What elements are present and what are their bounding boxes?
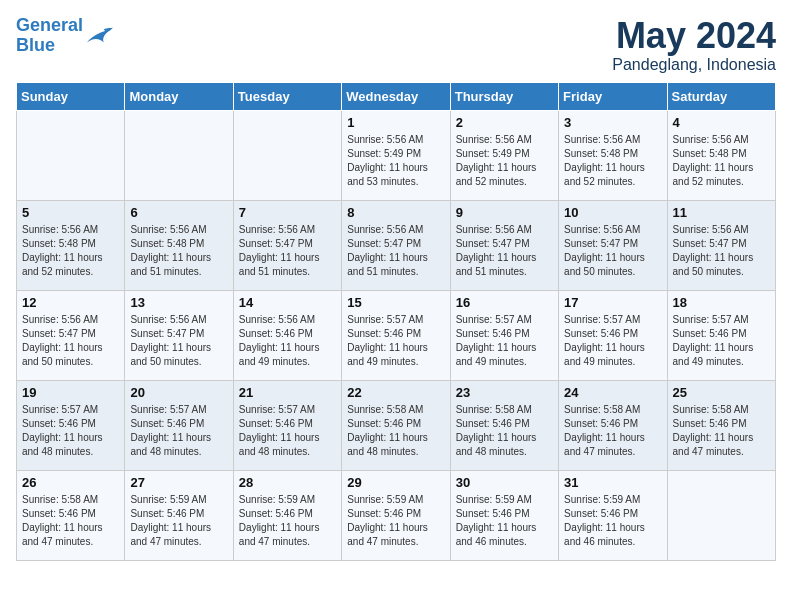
- title-area: May 2024 Pandeglang, Indonesia: [612, 16, 776, 74]
- day-info: Sunrise: 5:57 AMSunset: 5:46 PMDaylight:…: [130, 403, 227, 459]
- day-info: Sunrise: 5:56 AMSunset: 5:47 PMDaylight:…: [239, 223, 336, 279]
- day-number: 11: [673, 205, 770, 220]
- calendar-cell: 14Sunrise: 5:56 AMSunset: 5:46 PMDayligh…: [233, 290, 341, 380]
- calendar-cell: 17Sunrise: 5:57 AMSunset: 5:46 PMDayligh…: [559, 290, 667, 380]
- week-row-5: 26Sunrise: 5:58 AMSunset: 5:46 PMDayligh…: [17, 470, 776, 560]
- day-info: Sunrise: 5:56 AMSunset: 5:48 PMDaylight:…: [564, 133, 661, 189]
- day-info: Sunrise: 5:57 AMSunset: 5:46 PMDaylight:…: [239, 403, 336, 459]
- calendar-cell: 24Sunrise: 5:58 AMSunset: 5:46 PMDayligh…: [559, 380, 667, 470]
- day-number: 6: [130, 205, 227, 220]
- calendar-cell: 2Sunrise: 5:56 AMSunset: 5:49 PMDaylight…: [450, 110, 558, 200]
- day-number: 24: [564, 385, 661, 400]
- week-row-1: 1Sunrise: 5:56 AMSunset: 5:49 PMDaylight…: [17, 110, 776, 200]
- col-header-saturday: Saturday: [667, 82, 775, 110]
- col-header-tuesday: Tuesday: [233, 82, 341, 110]
- day-info: Sunrise: 5:57 AMSunset: 5:46 PMDaylight:…: [456, 313, 553, 369]
- logo-blue: Blue: [16, 35, 55, 55]
- calendar-cell: 13Sunrise: 5:56 AMSunset: 5:47 PMDayligh…: [125, 290, 233, 380]
- week-row-2: 5Sunrise: 5:56 AMSunset: 5:48 PMDaylight…: [17, 200, 776, 290]
- day-number: 19: [22, 385, 119, 400]
- day-number: 29: [347, 475, 444, 490]
- day-info: Sunrise: 5:56 AMSunset: 5:48 PMDaylight:…: [22, 223, 119, 279]
- calendar-cell: 22Sunrise: 5:58 AMSunset: 5:46 PMDayligh…: [342, 380, 450, 470]
- day-info: Sunrise: 5:59 AMSunset: 5:46 PMDaylight:…: [347, 493, 444, 549]
- calendar-cell: 31Sunrise: 5:59 AMSunset: 5:46 PMDayligh…: [559, 470, 667, 560]
- calendar-cell: 28Sunrise: 5:59 AMSunset: 5:46 PMDayligh…: [233, 470, 341, 560]
- day-info: Sunrise: 5:57 AMSunset: 5:46 PMDaylight:…: [564, 313, 661, 369]
- calendar-cell: 1Sunrise: 5:56 AMSunset: 5:49 PMDaylight…: [342, 110, 450, 200]
- calendar-cell: 8Sunrise: 5:56 AMSunset: 5:47 PMDaylight…: [342, 200, 450, 290]
- day-info: Sunrise: 5:58 AMSunset: 5:46 PMDaylight:…: [22, 493, 119, 549]
- day-number: 27: [130, 475, 227, 490]
- calendar-table: SundayMondayTuesdayWednesdayThursdayFrid…: [16, 82, 776, 561]
- calendar-cell: [233, 110, 341, 200]
- day-number: 4: [673, 115, 770, 130]
- calendar-cell: 15Sunrise: 5:57 AMSunset: 5:46 PMDayligh…: [342, 290, 450, 380]
- col-header-friday: Friday: [559, 82, 667, 110]
- calendar-cell: 20Sunrise: 5:57 AMSunset: 5:46 PMDayligh…: [125, 380, 233, 470]
- day-info: Sunrise: 5:56 AMSunset: 5:47 PMDaylight:…: [130, 313, 227, 369]
- day-number: 30: [456, 475, 553, 490]
- day-info: Sunrise: 5:56 AMSunset: 5:48 PMDaylight:…: [673, 133, 770, 189]
- calendar-cell: 12Sunrise: 5:56 AMSunset: 5:47 PMDayligh…: [17, 290, 125, 380]
- day-info: Sunrise: 5:56 AMSunset: 5:49 PMDaylight:…: [347, 133, 444, 189]
- day-number: 14: [239, 295, 336, 310]
- day-info: Sunrise: 5:59 AMSunset: 5:46 PMDaylight:…: [456, 493, 553, 549]
- day-number: 12: [22, 295, 119, 310]
- logo-text: General Blue: [16, 16, 83, 56]
- day-info: Sunrise: 5:58 AMSunset: 5:46 PMDaylight:…: [673, 403, 770, 459]
- day-number: 17: [564, 295, 661, 310]
- day-number: 3: [564, 115, 661, 130]
- calendar-cell: 9Sunrise: 5:56 AMSunset: 5:47 PMDaylight…: [450, 200, 558, 290]
- header-row: SundayMondayTuesdayWednesdayThursdayFrid…: [17, 82, 776, 110]
- day-info: Sunrise: 5:59 AMSunset: 5:46 PMDaylight:…: [130, 493, 227, 549]
- logo-general: General: [16, 15, 83, 35]
- day-info: Sunrise: 5:56 AMSunset: 5:47 PMDaylight:…: [347, 223, 444, 279]
- day-number: 21: [239, 385, 336, 400]
- day-number: 10: [564, 205, 661, 220]
- day-number: 15: [347, 295, 444, 310]
- calendar-cell: 6Sunrise: 5:56 AMSunset: 5:48 PMDaylight…: [125, 200, 233, 290]
- calendar-cell: 4Sunrise: 5:56 AMSunset: 5:48 PMDaylight…: [667, 110, 775, 200]
- calendar-cell: 21Sunrise: 5:57 AMSunset: 5:46 PMDayligh…: [233, 380, 341, 470]
- day-info: Sunrise: 5:56 AMSunset: 5:47 PMDaylight:…: [564, 223, 661, 279]
- day-number: 5: [22, 205, 119, 220]
- calendar-cell: 18Sunrise: 5:57 AMSunset: 5:46 PMDayligh…: [667, 290, 775, 380]
- day-info: Sunrise: 5:58 AMSunset: 5:46 PMDaylight:…: [347, 403, 444, 459]
- day-number: 22: [347, 385, 444, 400]
- day-info: Sunrise: 5:58 AMSunset: 5:46 PMDaylight:…: [564, 403, 661, 459]
- week-row-3: 12Sunrise: 5:56 AMSunset: 5:47 PMDayligh…: [17, 290, 776, 380]
- calendar-cell: 19Sunrise: 5:57 AMSunset: 5:46 PMDayligh…: [17, 380, 125, 470]
- calendar-cell: 10Sunrise: 5:56 AMSunset: 5:47 PMDayligh…: [559, 200, 667, 290]
- calendar-cell: 25Sunrise: 5:58 AMSunset: 5:46 PMDayligh…: [667, 380, 775, 470]
- calendar-cell: 5Sunrise: 5:56 AMSunset: 5:48 PMDaylight…: [17, 200, 125, 290]
- calendar-cell: 3Sunrise: 5:56 AMSunset: 5:48 PMDaylight…: [559, 110, 667, 200]
- week-row-4: 19Sunrise: 5:57 AMSunset: 5:46 PMDayligh…: [17, 380, 776, 470]
- day-number: 18: [673, 295, 770, 310]
- calendar-cell: 26Sunrise: 5:58 AMSunset: 5:46 PMDayligh…: [17, 470, 125, 560]
- day-number: 28: [239, 475, 336, 490]
- day-info: Sunrise: 5:59 AMSunset: 5:46 PMDaylight:…: [564, 493, 661, 549]
- day-info: Sunrise: 5:58 AMSunset: 5:46 PMDaylight:…: [456, 403, 553, 459]
- calendar-cell: 11Sunrise: 5:56 AMSunset: 5:47 PMDayligh…: [667, 200, 775, 290]
- col-header-wednesday: Wednesday: [342, 82, 450, 110]
- calendar-cell: [125, 110, 233, 200]
- col-header-sunday: Sunday: [17, 82, 125, 110]
- logo: General Blue: [16, 16, 113, 56]
- logo-bird-icon: [85, 25, 113, 47]
- calendar-cell: 27Sunrise: 5:59 AMSunset: 5:46 PMDayligh…: [125, 470, 233, 560]
- day-info: Sunrise: 5:56 AMSunset: 5:47 PMDaylight:…: [22, 313, 119, 369]
- day-info: Sunrise: 5:56 AMSunset: 5:47 PMDaylight:…: [456, 223, 553, 279]
- col-header-monday: Monday: [125, 82, 233, 110]
- calendar-cell: [667, 470, 775, 560]
- day-number: 7: [239, 205, 336, 220]
- header: General Blue May 2024 Pandeglang, Indone…: [16, 16, 776, 74]
- calendar-cell: 29Sunrise: 5:59 AMSunset: 5:46 PMDayligh…: [342, 470, 450, 560]
- day-number: 20: [130, 385, 227, 400]
- day-number: 1: [347, 115, 444, 130]
- day-info: Sunrise: 5:57 AMSunset: 5:46 PMDaylight:…: [347, 313, 444, 369]
- day-info: Sunrise: 5:57 AMSunset: 5:46 PMDaylight:…: [22, 403, 119, 459]
- calendar-cell: 16Sunrise: 5:57 AMSunset: 5:46 PMDayligh…: [450, 290, 558, 380]
- day-info: Sunrise: 5:56 AMSunset: 5:48 PMDaylight:…: [130, 223, 227, 279]
- calendar-cell: 23Sunrise: 5:58 AMSunset: 5:46 PMDayligh…: [450, 380, 558, 470]
